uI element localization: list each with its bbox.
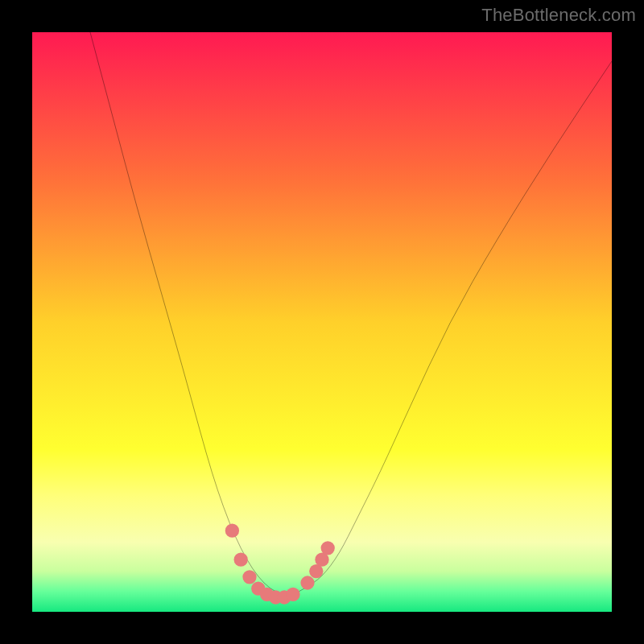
marker-dot: [234, 553, 248, 567]
chart-frame: TheBottleneck.com: [0, 0, 644, 644]
bottleneck-curve: [32, 32, 612, 612]
marker-dot: [286, 588, 299, 601]
marker-dot: [225, 524, 239, 538]
marker-dot: [300, 576, 314, 589]
plot-area: [32, 32, 612, 612]
watermark-text: TheBottleneck.com: [481, 5, 636, 26]
marker-dot: [242, 570, 256, 584]
marker-dot: [321, 541, 335, 555]
